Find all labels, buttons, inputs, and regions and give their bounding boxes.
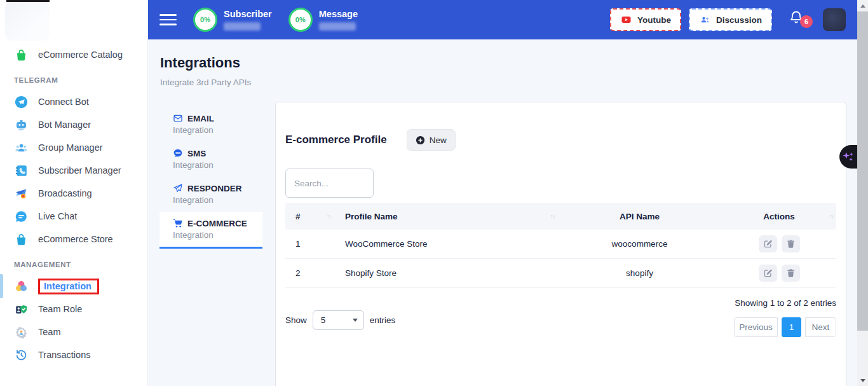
active-indicator-bar: [0, 274, 3, 298]
subscriber-stat-redacted-value: [224, 22, 261, 31]
discussion-button[interactable]: Discussion: [689, 8, 772, 31]
message-progress-ring: 0%: [288, 8, 313, 32]
subscriber-progress-ring: 0%: [193, 8, 217, 32]
send-plane-icon: [173, 183, 183, 193]
tab-ecommerce-integration[interactable]: E-COMMERCE Integration: [159, 212, 262, 249]
sidebar-item-label: eCommerce Store: [38, 234, 113, 244]
shopping-bag-icon: [14, 48, 28, 62]
page-subtitle: Integrate 3rd Party APIs: [160, 78, 251, 87]
contact-book-icon: [14, 163, 28, 177]
sidebar-item-label: Transactions: [38, 350, 90, 360]
edit-pencil-icon: [763, 268, 773, 278]
app-screen: eCommerce Catalog TELEGRAM Connect Bot B…: [0, 0, 868, 386]
store-bag-icon: [14, 232, 28, 246]
profiles-table: # ↑↓ Profile Name ↑↓ API Name Actions ↑↓: [285, 203, 836, 288]
youtube-button-label: Youtube: [637, 15, 671, 25]
previous-page-button[interactable]: Previous: [734, 317, 778, 337]
new-button-label: New: [430, 135, 447, 145]
profile-name-cell: WooCommerce Store: [335, 239, 559, 249]
sidebar-item-transactions[interactable]: Transactions: [0, 343, 147, 366]
hamburger-menu-icon[interactable]: [159, 14, 177, 25]
sparkles-icon: [841, 150, 855, 164]
sidebar-item-ecommerce-catalog[interactable]: eCommerce Catalog: [0, 43, 147, 66]
tab-title: EMAIL: [187, 114, 214, 123]
page-size-select[interactable]: 5: [313, 310, 364, 330]
tab-title: RESPONDER: [187, 184, 242, 193]
sidebar-section-telegram: TELEGRAM: [0, 70, 147, 90]
sidebar-item-connect-bot[interactable]: Connect Bot: [0, 90, 147, 113]
subscriber-stat-label: Subscriber: [224, 9, 272, 20]
table-row: 2 Shopify Store shopify: [285, 259, 836, 288]
cart-icon: [173, 218, 183, 228]
delete-button[interactable]: [782, 265, 800, 282]
panel-title: E-commerce Profile: [285, 134, 387, 146]
sidebar-nav: eCommerce Catalog TELEGRAM Connect Bot B…: [0, 43, 147, 366]
scrollbar-thumb[interactable]: [857, 11, 868, 331]
envelope-icon: [173, 113, 183, 123]
discussion-users-icon: [699, 15, 711, 25]
actions-cell: [721, 265, 837, 282]
integration-type-tabs: EMAIL Integration SMS SMS Integration RE…: [159, 107, 262, 249]
tab-subtitle: Integration: [173, 195, 262, 205]
youtube-button[interactable]: Youtube: [610, 8, 681, 31]
scroll-down-arrow[interactable]: [860, 379, 865, 382]
sidebar-section-management: MANAGEMENT: [0, 254, 147, 275]
top-header: 0% Subscriber 0% Message Youtube Discuss…: [148, 0, 857, 39]
user-avatar[interactable]: [823, 8, 846, 31]
sidebar-item-bot-manager[interactable]: Bot Manager: [0, 113, 147, 136]
main-content: Integrations Integrate 3rd Party APIs EM…: [148, 39, 857, 386]
next-page-button[interactable]: Next: [805, 317, 836, 337]
sort-icon[interactable]: ↑↓: [327, 213, 331, 219]
users-group-icon: [14, 141, 28, 155]
tab-title: E-COMMERCE: [187, 219, 247, 228]
sidebar-item-label: Connect Bot: [38, 97, 89, 107]
tab-sms-integration[interactable]: SMS SMS Integration: [159, 142, 262, 177]
tab-title: SMS: [187, 149, 206, 158]
page-number-button[interactable]: 1: [782, 317, 801, 337]
sidebar-item-team[interactable]: Team: [0, 321, 147, 343]
column-header-api-name[interactable]: API Name: [559, 212, 721, 221]
row-number: 2: [285, 268, 335, 278]
search-input[interactable]: [285, 169, 374, 198]
history-clock-icon: [14, 348, 28, 362]
tab-email-integration[interactable]: EMAIL Integration: [159, 107, 262, 142]
plus-circle-icon: [416, 135, 425, 145]
sort-icon[interactable]: ↑↓: [550, 213, 555, 219]
delete-button[interactable]: [782, 235, 800, 252]
edit-button[interactable]: [759, 265, 777, 282]
sidebar-item-label: Live Chat: [38, 211, 77, 221]
page-size-control: Show 5 entries: [285, 303, 395, 337]
sidebar-item-subscriber-manager[interactable]: Subscriber Manager: [0, 159, 147, 182]
tab-responder-integration[interactable]: RESPONDER Integration: [159, 177, 262, 212]
sidebar-item-group-manager[interactable]: Group Manager: [0, 136, 147, 159]
column-header-actions[interactable]: Actions ↑↓: [721, 212, 837, 221]
edit-pencil-icon: [763, 239, 773, 249]
notifications-button[interactable]: 6: [789, 9, 808, 31]
sidebar-item-broadcasting[interactable]: Broadcasting: [0, 182, 147, 205]
table-row: 1 WooCommerce Store woocommerce: [285, 230, 836, 259]
new-profile-button[interactable]: New: [407, 129, 456, 151]
scroll-up-arrow[interactable]: [860, 4, 865, 8]
youtube-icon: [620, 15, 632, 25]
sidebar-item-label: Broadcasting: [38, 188, 92, 198]
trash-icon: [786, 239, 796, 249]
edit-button[interactable]: [759, 235, 777, 252]
robot-icon: [14, 118, 28, 132]
tab-subtitle: Integration: [173, 160, 262, 170]
sidebar-item-live-chat[interactable]: Live Chat: [0, 205, 147, 228]
subscriber-stat: 0% Subscriber: [193, 8, 272, 32]
sidebar-item-label: Team Role: [38, 304, 82, 314]
show-label: Show: [285, 315, 307, 325]
sidebar-item-ecommerce-store[interactable]: eCommerce Store: [0, 228, 147, 251]
column-header-profile-name[interactable]: Profile Name ↑↓: [335, 212, 559, 221]
discussion-button-label: Discussion: [716, 15, 762, 25]
sidebar-item-team-role[interactable]: Team Role: [0, 298, 147, 321]
sidebar-item-integration[interactable]: Integration: [0, 275, 147, 298]
sort-icon[interactable]: ↑↓: [829, 213, 834, 219]
column-header-num[interactable]: # ↑↓: [285, 212, 335, 221]
tab-subtitle: Integration: [173, 125, 262, 135]
api-name-cell: woocommerce: [559, 239, 721, 249]
vertical-scrollbar[interactable]: [857, 0, 868, 386]
paper-plane-icon: [14, 95, 28, 109]
logo-top-bar: [6, 0, 50, 2]
